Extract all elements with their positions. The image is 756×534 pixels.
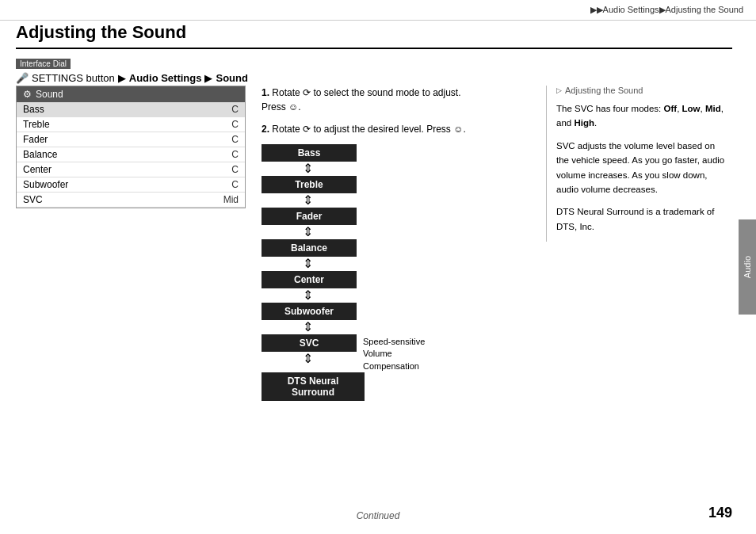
table-row[interactable]: SVC Mid	[17, 193, 245, 208]
flow-arrow-3: ⇕	[303, 226, 313, 238]
flow-arrow-1: ⇕	[303, 162, 313, 175]
flow-svc: SVC ⇕	[262, 334, 357, 366]
sound-menu-header: ⚙ Sound	[17, 86, 245, 102]
audio-tab-label: Audio	[743, 256, 752, 278]
settings-prefix: SETTINGS button	[32, 72, 115, 84]
svc-label: SVC	[17, 193, 170, 208]
page-title: Adjusting the Sound	[16, 22, 732, 49]
flow-box-bass: Bass	[262, 144, 357, 162]
treble-label: Treble	[17, 117, 170, 132]
flow-treble: Treble ⇕	[262, 176, 483, 208]
flow-box-dts: DTS NeuralSurround	[262, 372, 365, 401]
triangle-icon: ▷	[556, 86, 562, 94]
table-row[interactable]: Balance C	[17, 147, 245, 162]
treble-value: C	[170, 117, 245, 132]
info-text-svc-description: SVC adjusts the volume level based on th…	[556, 139, 728, 197]
table-row[interactable]: Fader C	[17, 132, 245, 147]
interface-dial-badge: Interface Dial	[16, 59, 71, 69]
sound-menu-table: Bass C Treble C Fader C Balance C Center	[17, 102, 245, 208]
flow-balance: Balance ⇕	[262, 239, 483, 271]
sound-menu: ⚙ Sound Bass C Treble C Fader C Balance	[16, 86, 246, 208]
svc-row: SVC ⇕ Speed-sensitiveVolumeCompensation	[262, 334, 483, 372]
step-1-num: 1.	[262, 87, 269, 98]
table-row[interactable]: Center C	[17, 162, 245, 177]
center-value: C	[170, 162, 245, 177]
flow-arrow-7: ⇕	[303, 353, 313, 365]
balance-label: Balance	[17, 147, 170, 162]
table-row[interactable]: Treble C	[17, 117, 245, 132]
table-row[interactable]: Bass C	[17, 102, 245, 117]
flow-subwoofer: Subwoofer ⇕	[262, 303, 483, 334]
step-2-num: 2.	[262, 124, 269, 135]
fader-label: Fader	[17, 132, 170, 147]
flow-fader: Fader ⇕	[262, 208, 483, 239]
gear-icon: ⚙	[23, 89, 32, 100]
audio-settings-label: Audio Settings	[129, 72, 202, 84]
svc-value: Mid	[170, 193, 245, 208]
main-content: Adjusting the Sound Interface Dial 🎤 SET…	[16, 22, 732, 502]
table-row[interactable]: Subwoofer C	[17, 177, 245, 193]
arrow-right-2: ▶	[204, 72, 212, 84]
info-panel: ▷ Adjusting the Sound The SVC has four m…	[546, 86, 728, 242]
flow-arrow-2: ⇕	[303, 194, 313, 207]
flow-box-subwoofer: Subwoofer	[262, 303, 357, 320]
settings-line: 🎤 SETTINGS button ▶ Audio Settings ▶ Sou…	[16, 72, 732, 84]
subwoofer-value: C	[170, 177, 245, 193]
left-panel: ⚙ Sound Bass C Treble C Fader C Balance	[16, 86, 246, 208]
flow-arrow-4: ⇕	[303, 257, 313, 270]
arrow-right-1: ▶	[118, 72, 126, 84]
flow-box-svc: SVC	[262, 334, 357, 352]
subwoofer-label: Subwoofer	[17, 177, 170, 193]
step-2: 2. Rotate ⟳ to adjust the desired level.…	[262, 122, 483, 136]
sound-flowchart: Bass ⇕ Treble ⇕ Fader ⇕ Balance ⇕ Center…	[262, 144, 483, 401]
info-text-svc-modes: The SVC has four modes: Off, Low, Mid, a…	[556, 101, 728, 131]
svc-description: Speed-sensitiveVolumeCompensation	[363, 336, 425, 372]
bass-value: C	[170, 102, 245, 117]
flow-arrow-5: ⇕	[303, 289, 313, 302]
page-number: 149	[708, 505, 732, 521]
info-panel-title: Adjusting the Sound	[565, 86, 643, 95]
flow-arrow-6: ⇕	[303, 321, 313, 334]
instructions-panel: 1. Rotate ⟳ to select the sound mode to …	[262, 86, 483, 401]
info-panel-header: ▷ Adjusting the Sound	[556, 86, 728, 95]
flow-box-fader: Fader	[262, 208, 357, 225]
flow-box-treble: Treble	[262, 176, 357, 193]
step-2-text: Rotate ⟳ to adjust the desired level. Pr…	[272, 124, 465, 135]
step-1: 1. Rotate ⟳ to select the sound mode to …	[262, 86, 483, 114]
sound-menu-title: Sound	[36, 89, 63, 100]
info-text-dts: DTS Neural Surround is a trademark of DT…	[556, 204, 728, 234]
flow-box-center: Center	[262, 271, 357, 288]
flow-dts: DTS NeuralSurround	[262, 372, 483, 401]
flow-box-balance: Balance	[262, 239, 357, 257]
fader-value: C	[170, 132, 245, 147]
flow-bass: Bass ⇕	[262, 144, 483, 176]
bass-label: Bass	[17, 102, 170, 117]
settings-icon: 🎤	[16, 72, 29, 84]
breadcrumb: ▶▶Audio Settings▶Adjusting the Sound	[0, 0, 756, 21]
step-1-text: Rotate ⟳ to select the sound mode to adj…	[262, 87, 461, 113]
balance-value: C	[170, 147, 245, 162]
flow-center: Center ⇕	[262, 271, 483, 303]
center-label: Center	[17, 162, 170, 177]
audio-sidebar-tab: Audio	[739, 219, 756, 315]
continued-label: Continued	[357, 510, 400, 521]
sound-label: Sound	[216, 72, 247, 84]
